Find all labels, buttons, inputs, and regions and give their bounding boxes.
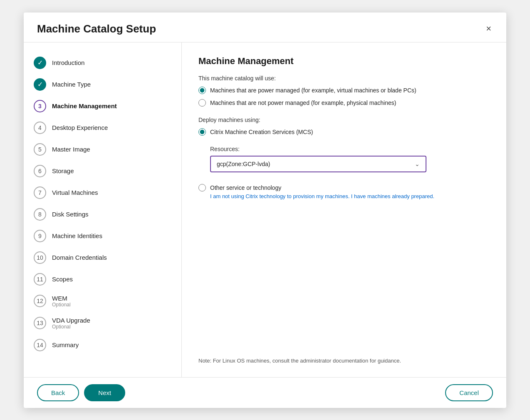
radio-other-input[interactable]	[198, 184, 206, 191]
content-title: Machine Management	[198, 56, 490, 67]
sidebar-label-12: WEM Optional	[52, 295, 71, 308]
step-indicator-9: 9	[34, 230, 46, 242]
radio-power-managed-label: Machines that are power managed (for exa…	[210, 87, 416, 94]
catalog-use-label: This machine catalog will use:	[198, 75, 490, 82]
sidebar-item-vda-upgrade[interactable]: 13 VDA Upgrade Optional	[30, 313, 175, 334]
sidebar-label-14: Summary	[52, 341, 79, 348]
sidebar-label-2: Machine Type	[52, 81, 91, 88]
dialog-header: Machine Catalog Setup ×	[24, 12, 506, 42]
radio-other-service[interactable]: Other service or technology	[198, 184, 490, 191]
note-text: Note: For Linux OS machines, consult the…	[198, 348, 490, 364]
radio-not-power-managed[interactable]: Machines that are not power managed (for…	[198, 99, 490, 107]
sidebar-item-introduction[interactable]: ✓ Introduction	[30, 52, 175, 73]
sidebar-item-master-image[interactable]: 5 Master Image	[30, 139, 175, 160]
sidebar-item-machine-management[interactable]: 3 Machine Management	[30, 96, 175, 117]
radio-power-managed[interactable]: Machines that are power managed (for exa…	[198, 87, 490, 94]
step-indicator-1: ✓	[34, 57, 46, 69]
sidebar-label-7: Virtual Machines	[52, 189, 98, 196]
radio-power-managed-input[interactable]	[198, 87, 206, 94]
dialog-title: Machine Catalog Setup	[37, 22, 156, 35]
sidebar-label-5: Master Image	[52, 146, 90, 153]
sidebar-label-6: Storage	[52, 167, 74, 174]
radio-mcs-label: Citrix Machine Creation Services (MCS)	[210, 129, 313, 135]
deploy-section: Deploy machines using: Citrix Machine Cr…	[198, 117, 490, 214]
sidebar-label-13: VDA Upgrade Optional	[52, 317, 90, 330]
step-indicator-6: 6	[34, 165, 46, 177]
sidebar-item-domain-credentials[interactable]: 10 Domain Credentials	[30, 247, 175, 268]
check-icon-2: ✓	[37, 80, 43, 88]
step-indicator-13: 13	[34, 317, 46, 329]
step-indicator-14: 14	[34, 339, 46, 351]
footer-left-buttons: Back Next	[37, 384, 125, 401]
other-service-info: I am not using Citrix technology to prov…	[210, 193, 490, 199]
dialog: Machine Catalog Setup × ✓ Introduction ✓…	[24, 12, 506, 408]
other-service-section: Other service or technology I am not usi…	[198, 184, 490, 199]
deploy-label: Deploy machines using:	[198, 117, 490, 123]
check-icon-1: ✓	[37, 59, 43, 67]
step-indicator-11: 11	[34, 273, 46, 286]
deploy-options-group: Citrix Machine Creation Services (MCS) R…	[198, 128, 490, 204]
sidebar-item-disk-settings[interactable]: 8 Disk Settings	[30, 204, 175, 225]
sidebar-item-virtual-machines[interactable]: 7 Virtual Machines	[30, 182, 175, 203]
step-indicator-7: 7	[34, 186, 46, 199]
resources-select-value: gcp(Zone:GCP-lvda)	[217, 161, 270, 167]
sidebar-label-11: Scopes	[52, 276, 73, 283]
back-button[interactable]: Back	[37, 384, 79, 401]
radio-not-power-managed-input[interactable]	[198, 99, 206, 107]
chevron-down-icon: ⌄	[415, 161, 420, 167]
power-management-group: Machines that are power managed (for exa…	[198, 87, 490, 107]
sidebar-item-summary[interactable]: 14 Summary	[30, 335, 175, 355]
sidebar-item-scopes[interactable]: 11 Scopes	[30, 269, 175, 290]
sidebar-label-4: Desktop Experience	[52, 124, 108, 131]
step-indicator-8: 8	[34, 208, 46, 221]
sidebar-item-machine-identities[interactable]: 9 Machine Identities	[30, 226, 175, 246]
step-indicator-5: 5	[34, 143, 46, 156]
radio-mcs[interactable]: Citrix Machine Creation Services (MCS)	[198, 128, 490, 136]
resources-label: Resources:	[210, 146, 490, 152]
resources-section: Resources: gcp(Zone:GCP-lvda) ⌄	[210, 146, 490, 172]
sidebar-item-storage[interactable]: 6 Storage	[30, 161, 175, 181]
close-button[interactable]: ×	[484, 22, 493, 35]
resources-dropdown[interactable]: gcp(Zone:GCP-lvda) ⌄	[210, 156, 426, 172]
sidebar-label-9: Machine Identities	[52, 232, 102, 239]
sidebar-item-machine-type[interactable]: ✓ Machine Type	[30, 74, 175, 95]
dialog-body: ✓ Introduction ✓ Machine Type 3 Machine …	[24, 42, 506, 377]
step-indicator-10: 10	[34, 251, 46, 264]
main-content: Machine Management This machine catalog …	[182, 42, 506, 377]
step-indicator-12: 12	[34, 295, 46, 307]
step-indicator-4: 4	[34, 122, 46, 134]
step-indicator-3: 3	[34, 100, 46, 112]
sidebar-label-3: Machine Management	[52, 102, 117, 109]
radio-other-label: Other service or technology	[210, 184, 281, 191]
step-indicator-2: ✓	[34, 78, 46, 91]
sidebar-label-1: Introduction	[52, 59, 84, 66]
sidebar-item-wem[interactable]: 12 WEM Optional	[30, 291, 175, 312]
cancel-button[interactable]: Cancel	[445, 384, 493, 401]
radio-mcs-input[interactable]	[198, 128, 206, 136]
sidebar: ✓ Introduction ✓ Machine Type 3 Machine …	[24, 42, 182, 377]
sidebar-item-desktop-experience[interactable]: 4 Desktop Experience	[30, 117, 175, 138]
next-button[interactable]: Next	[84, 384, 125, 401]
dialog-footer: Back Next Cancel	[24, 377, 506, 408]
sidebar-label-10: Domain Credentials	[52, 254, 107, 261]
sidebar-label-8: Disk Settings	[52, 211, 89, 218]
radio-not-power-managed-label: Machines that are not power managed (for…	[210, 99, 396, 106]
